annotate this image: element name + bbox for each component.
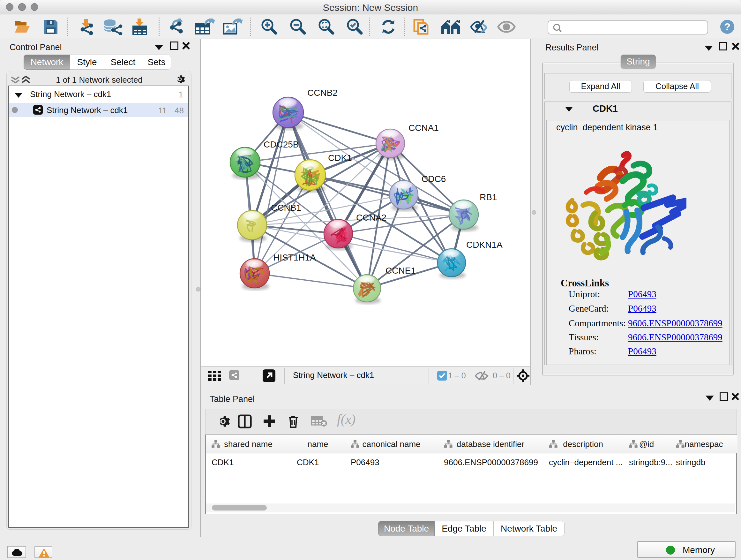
svg-text:CCNE1: CCNE1 — [386, 266, 416, 275]
svg-text:HIST1H1A: HIST1H1A — [273, 253, 316, 262]
svg-text:CCNB1: CCNB1 — [271, 203, 301, 212]
svg-text:RB1: RB1 — [480, 192, 497, 202]
svg-text:CDC25B: CDC25B — [264, 139, 299, 149]
svg-text:?: ? — [724, 21, 731, 33]
svg-text:CDKN1A: CDKN1A — [466, 240, 502, 250]
svg-text:CDC6: CDC6 — [421, 174, 446, 184]
svg-text:CCNA2: CCNA2 — [356, 212, 387, 223]
svg-text:CCNB2: CCNB2 — [307, 88, 338, 98]
svg-text:CDK1: CDK1 — [328, 153, 352, 163]
svg-text:CCNA1: CCNA1 — [408, 123, 439, 133]
